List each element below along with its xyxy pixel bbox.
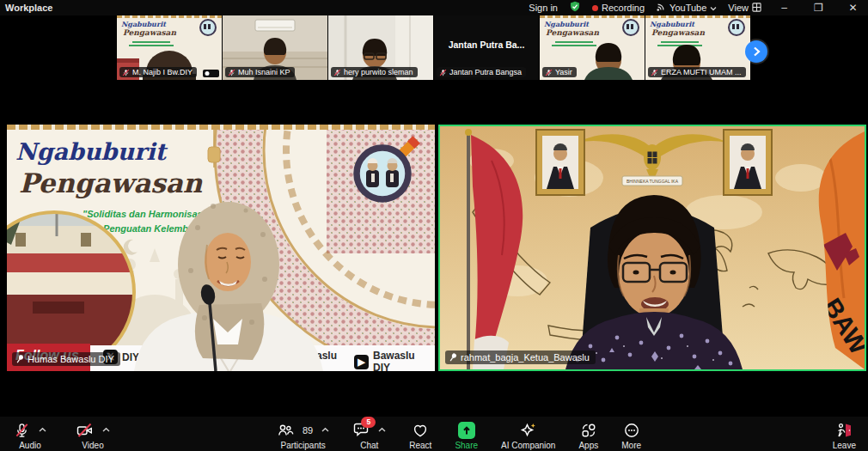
chat-caret[interactable] <box>378 427 386 433</box>
participant-name-chip: ERZA MUFTI UMAM ... <box>648 67 746 77</box>
speaker-scene: BHINNEKA TUNGGAL IKA BAW BADAN P <box>440 126 865 369</box>
share-button[interactable]: Share <box>455 421 478 450</box>
minimize-button[interactable]: – <box>773 0 796 15</box>
video-button[interactable]: Video <box>76 421 110 450</box>
apps-icon <box>580 422 597 439</box>
pinned-icon <box>449 352 457 363</box>
video-thumbnail-strip: Ngabuburit Pengawasan M. Najib I Bw.DIY <box>117 15 750 80</box>
react-button[interactable]: React <box>409 421 431 450</box>
participants-label: Participants <box>281 441 326 450</box>
audio-options-caret[interactable] <box>39 427 46 433</box>
chat-button[interactable]: 5 Chat <box>352 421 386 450</box>
apps-button[interactable]: Apps <box>578 421 598 450</box>
muted-mic-icon <box>122 69 130 76</box>
participant-name-chip: Humas Bawaslu DIY <box>12 352 120 366</box>
leave-button[interactable]: Leave <box>833 421 856 450</box>
sign-in-button[interactable]: Sign in <box>529 3 558 13</box>
video-tile-isnaini[interactable]: Muh Isnaini KP <box>223 15 327 80</box>
participant-name-chip: Yasir <box>542 67 577 77</box>
participant-name: Muh Isnaini KP <box>238 68 290 76</box>
video-tile-jantan[interactable]: Jantan Putra Ba... Jantan Putra Bangsa <box>434 15 539 80</box>
participant-name: ERZA MUFTI UMAM ... <box>661 68 742 76</box>
speaker-woman <box>7 125 435 371</box>
maximize-button[interactable]: ❐ <box>807 0 830 15</box>
next-page-button[interactable] <box>745 40 767 63</box>
video-label: Video <box>82 441 103 450</box>
muted-mic-icon <box>545 69 553 76</box>
participants-count: 89 <box>303 425 313 436</box>
participant-name: hery purwito sleman <box>344 68 413 76</box>
muted-mic-icon <box>228 69 235 76</box>
video-tile-yasir[interactable]: Ngabuburit Pengawasan Yasir <box>540 15 645 80</box>
muted-mic-icon <box>14 422 30 439</box>
participants-icon <box>277 422 294 439</box>
audio-label: Audio <box>19 441 41 450</box>
participant-name-chip: Muh Isnaini KP <box>225 67 295 77</box>
ai-companion-icon <box>519 422 537 439</box>
participant-name: Yasir <box>555 68 572 76</box>
audio-button[interactable]: Audio <box>14 421 46 450</box>
muted-camera-icon <box>76 422 94 439</box>
participant-name: M. Najib I Bw.DIY <box>132 68 193 76</box>
pinned-icon <box>15 354 24 364</box>
leave-label: Leave <box>833 441 856 450</box>
svg-text:BHINNEKA TUNGGAL IKA: BHINNEKA TUNGGAL IKA <box>627 179 679 184</box>
react-label: React <box>409 441 431 450</box>
recording-label: Recording <box>602 3 645 13</box>
video-tile-hery[interactable]: hery purwito sleman <box>328 15 433 80</box>
view-menu[interactable]: View <box>728 3 761 14</box>
leave-door-icon <box>834 422 853 439</box>
share-label: Share <box>455 441 478 450</box>
participant-name-chip: Jantan Putra Bangsa <box>437 67 526 77</box>
main-video-rahmat-bagja[interactable]: BHINNEKA TUNGGAL IKA BAW BADAN P <box>438 125 866 371</box>
heart-react-icon <box>412 422 429 439</box>
recording-dot-icon <box>592 5 598 11</box>
chevron-down-icon <box>710 3 717 13</box>
video-tile-najib[interactable]: Ngabuburit Pengawasan M. Najib I Bw.DIY <box>117 15 222 80</box>
participant-name: Jantan Putra Bangsa <box>449 68 522 76</box>
more-label: More <box>621 441 641 450</box>
meeting-toolbar: Audio Video 89 <box>0 417 868 451</box>
video-tile-erza[interactable]: Ngabuburit Pengawasan ERZA MUFTI UMAM ..… <box>645 15 750 80</box>
participant-name: Humas Bawaslu DIY <box>28 354 114 364</box>
video-options-caret[interactable] <box>102 427 110 433</box>
livestream-icon <box>656 2 666 14</box>
more-ellipsis-icon <box>623 422 640 439</box>
muted-mic-icon <box>651 69 658 76</box>
share-screen-icon <box>458 422 475 439</box>
ai-companion-label: AI Companion <box>501 441 555 450</box>
participants-button[interactable]: 89 Participants <box>277 421 329 450</box>
muted-mic-icon <box>333 69 341 76</box>
close-button[interactable]: ✕ <box>841 0 865 15</box>
participant-name-chip: M. Najib I Bw.DIY <box>119 67 197 77</box>
chevron-right-icon <box>750 46 762 58</box>
main-video-humas-bawaslu[interactable]: Ngabuburit Pengawasan "Soliditas dan Har… <box>7 125 435 371</box>
more-button[interactable]: More <box>621 421 641 450</box>
participants-caret[interactable] <box>321 427 329 433</box>
recording-indicator[interactable]: Recording <box>592 3 645 13</box>
display-name-text: Jantan Putra Ba... <box>434 40 539 50</box>
zoom-meeting-window: { "titlebar": { "app_label": "Workplace"… <box>0 0 868 451</box>
participant-name-chip: rahmat_bagja_Ketua_Bawaslu <box>445 350 596 364</box>
chat-label: Chat <box>360 441 378 450</box>
view-label: View <box>728 3 749 13</box>
chat-unread-badge: 5 <box>361 417 376 428</box>
view-grid-icon <box>752 3 761 14</box>
app-title: Workplace <box>0 3 52 13</box>
security-shield-icon[interactable] <box>569 1 581 15</box>
participant-name-chip: hery purwito sleman <box>331 67 418 77</box>
apps-label: Apps <box>578 441 598 450</box>
participant-name: rahmat_bagja_Ketua_Bawaslu <box>461 352 590 363</box>
muted-mic-icon <box>439 69 447 76</box>
title-bar: Workplace Sign in Recording YouTube View… <box>0 0 868 15</box>
livestream-label: YouTube <box>669 3 706 13</box>
livestream-menu[interactable]: YouTube <box>656 2 717 14</box>
ai-companion-button[interactable]: AI Companion <box>501 421 555 450</box>
